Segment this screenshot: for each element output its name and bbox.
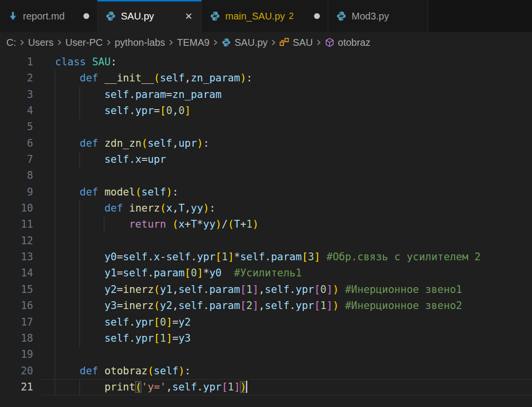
line-number[interactable]: 2	[0, 70, 33, 86]
method-symbol-icon	[325, 38, 335, 47]
breadcrumb-item-file[interactable]: SAU.py	[221, 37, 268, 48]
breadcrumb-item-users[interactable]: Users	[28, 37, 53, 48]
editor-tab-bar: report.md SAU.py ✕ main_SAU.py 2 Mod3.py	[0, 0, 532, 32]
breadcrumb-item-python-labs[interactable]: python-labs	[115, 37, 165, 48]
indent-guide	[79, 152, 80, 168]
line-number[interactable]: 15	[0, 282, 33, 298]
line-number[interactable]: 10	[0, 200, 33, 216]
code-line[interactable]: 14 y1=self.param[0]*y0 #Усилитель1	[0, 265, 532, 281]
breadcrumb-item-tema9[interactable]: TEMA9	[177, 37, 210, 48]
indent-guide	[55, 233, 55, 249]
code-line[interactable]: 10 def inerz(x,T,yy):	[0, 200, 532, 216]
code-content: self.param=zn_param	[55, 87, 532, 103]
line-number[interactable]: 11	[0, 216, 33, 233]
code-content: self.ypr=[0,0]	[55, 103, 532, 119]
code-line[interactable]: 21 print('y=',self.ypr[1])	[0, 379, 532, 395]
indent-guide	[55, 379, 55, 395]
line-number[interactable]: 6	[0, 136, 33, 152]
code-lines: 1class SAU:2 def __init__(self,zn_param)…	[0, 54, 532, 395]
line-number[interactable]: 12	[0, 233, 33, 249]
code-line[interactable]: 19	[0, 347, 532, 363]
line-number[interactable]: 16	[0, 298, 33, 314]
line-number[interactable]: 7	[0, 152, 33, 168]
code-line[interactable]: 9 def model(self):	[0, 184, 532, 200]
code-line[interactable]: 1class SAU:	[0, 54, 532, 70]
code-line[interactable]: 2 def __init__(self,zn_param):	[0, 70, 532, 86]
indent-guide	[104, 216, 104, 233]
indent-guide	[55, 152, 55, 168]
line-number[interactable]: 20	[0, 363, 33, 379]
indent-guide	[55, 119, 55, 135]
code-line[interactable]: 3 self.param=zn_param	[0, 87, 532, 103]
line-number[interactable]: 3	[0, 87, 33, 103]
markdown-icon	[8, 11, 18, 21]
line-number[interactable]: 1	[0, 54, 33, 70]
line-number[interactable]: 19	[0, 347, 33, 363]
line-number[interactable]: 21	[0, 379, 33, 395]
breadcrumb-item-method[interactable]: otobraz	[325, 37, 371, 48]
indent-guide	[55, 200, 55, 216]
chevron-right-icon: ›	[316, 37, 321, 47]
code-line[interactable]: 18 self.ypr[1]=y3	[0, 330, 532, 347]
code-line[interactable]: 13 y0=self.x-self.ypr[1]*self.param[3] #…	[0, 249, 532, 265]
indent-guide	[79, 200, 80, 216]
line-number[interactable]: 13	[0, 249, 33, 265]
python-icon	[105, 11, 116, 21]
indent-guide	[55, 330, 55, 347]
breadcrumb-item-class[interactable]: SAU	[279, 37, 313, 48]
indent-guide	[55, 314, 55, 330]
breadcrumb-item-drive[interactable]: C:	[6, 37, 16, 48]
code-line[interactable]: 16 y3=inerz(y2,self.param[2],self.ypr[1]…	[0, 298, 532, 314]
python-icon	[221, 38, 231, 47]
code-line[interactable]: 7 self.x=upr	[0, 152, 532, 168]
tab-label: Mod3.py	[352, 11, 389, 22]
code-content: class SAU:	[55, 54, 532, 70]
indent-guide	[55, 136, 55, 152]
code-line[interactable]: 12	[0, 233, 532, 249]
indent-guide	[55, 363, 55, 379]
python-icon	[210, 11, 220, 21]
indent-guide	[79, 314, 80, 330]
chevron-right-icon: ›	[106, 37, 111, 47]
tab-report-md[interactable]: report.md	[0, 0, 98, 32]
code-line[interactable]: 4 self.ypr=[0,0]	[0, 103, 532, 119]
indent-guide	[55, 87, 55, 103]
line-number[interactable]: 18	[0, 330, 33, 347]
tab-label: SAU.py	[121, 11, 154, 22]
tab-label: report.md	[23, 11, 65, 22]
code-content: y1=self.param[0]*y0 #Усилитель1	[55, 265, 532, 281]
tab-label: main_SAU.py	[225, 11, 285, 22]
code-content: y0=self.x-self.ypr[1]*self.param[3] #Обр…	[55, 249, 532, 265]
modified-dot-icon[interactable]	[83, 13, 89, 19]
line-number[interactable]: 8	[0, 168, 33, 184]
modified-dot-icon[interactable]	[314, 13, 320, 19]
indent-guide	[55, 168, 55, 184]
tab-sau-py[interactable]: SAU.py ✕	[98, 0, 202, 32]
code-content: self.ypr[0]=y2	[55, 314, 532, 330]
code-line[interactable]: 15 y2=inerz(y1,self.param[1],self.ypr[0]…	[0, 282, 532, 298]
indent-guide	[55, 103, 55, 119]
code-content: def __init__(self,zn_param):	[55, 70, 532, 86]
code-line[interactable]: 8	[0, 168, 532, 184]
line-number[interactable]: 17	[0, 314, 33, 330]
code-line[interactable]: 20 def otobraz(self):	[0, 363, 532, 379]
code-content: return (x+T*yy)/(T+1)	[55, 216, 532, 233]
code-editor[interactable]: 1class SAU:2 def __init__(self,zn_param)…	[0, 53, 532, 407]
breadcrumb-item-user-pc[interactable]: User-PC	[65, 37, 103, 48]
code-line[interactable]: 11 return (x+T*yy)/(T+1)	[0, 216, 532, 233]
tab-mod3-py[interactable]: Mod3.py	[328, 0, 428, 32]
python-icon	[336, 11, 347, 21]
code-line[interactable]: 17 self.ypr[0]=y2	[0, 314, 532, 330]
code-line[interactable]: 6 def zdn_zn(self,upr):	[0, 136, 532, 152]
line-number[interactable]: 9	[0, 184, 33, 200]
close-icon[interactable]: ✕	[184, 11, 194, 22]
indent-guide	[79, 233, 80, 249]
line-number[interactable]: 4	[0, 103, 33, 119]
code-content: y3=inerz(y2,self.param[2],self.ypr[1]) #…	[55, 298, 532, 314]
indent-guide	[79, 265, 80, 281]
tab-main-sau-py[interactable]: main_SAU.py 2	[202, 0, 328, 32]
chevron-right-icon: ›	[20, 37, 24, 47]
line-number[interactable]: 14	[0, 265, 33, 281]
code-line[interactable]: 5	[0, 119, 532, 135]
line-number[interactable]: 5	[0, 119, 33, 135]
